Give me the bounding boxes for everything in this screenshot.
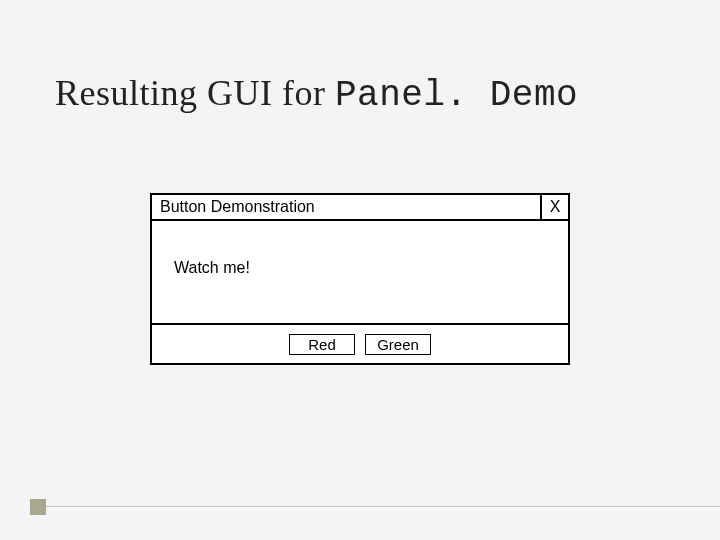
- close-button[interactable]: X: [540, 195, 568, 219]
- window-title: Button Demonstration: [152, 195, 540, 219]
- red-button[interactable]: Red: [289, 334, 355, 355]
- accent-square-icon: [30, 499, 46, 515]
- window-titlebar: Button Demonstration X: [152, 195, 568, 221]
- slide-title-code: Panel. Demo: [335, 75, 578, 116]
- window-content: Watch me!: [152, 221, 568, 323]
- green-button[interactable]: Green: [365, 334, 431, 355]
- slide-title-text: Resulting GUI for: [55, 73, 335, 113]
- watch-me-label: Watch me!: [174, 259, 250, 276]
- footer-divider: [46, 506, 720, 507]
- slide-title: Resulting GUI for Panel. Demo: [55, 72, 578, 116]
- button-panel: Red Green: [152, 323, 568, 363]
- demo-window: Button Demonstration X Watch me! Red Gre…: [150, 193, 570, 365]
